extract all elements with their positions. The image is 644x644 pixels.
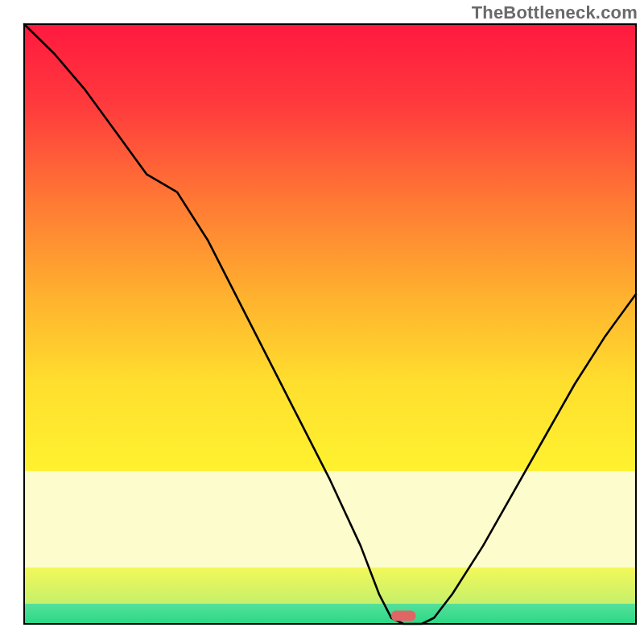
bottleneck-curve-chart [0,0,644,644]
gradient-green [24,604,636,624]
gradient-red-yellow [24,24,636,471]
gradient-pale-yellow [24,471,636,568]
optimal-point-marker [391,611,415,621]
gradient-yellow-green [24,568,636,604]
chart-container: TheBottleneck.com [0,0,644,644]
